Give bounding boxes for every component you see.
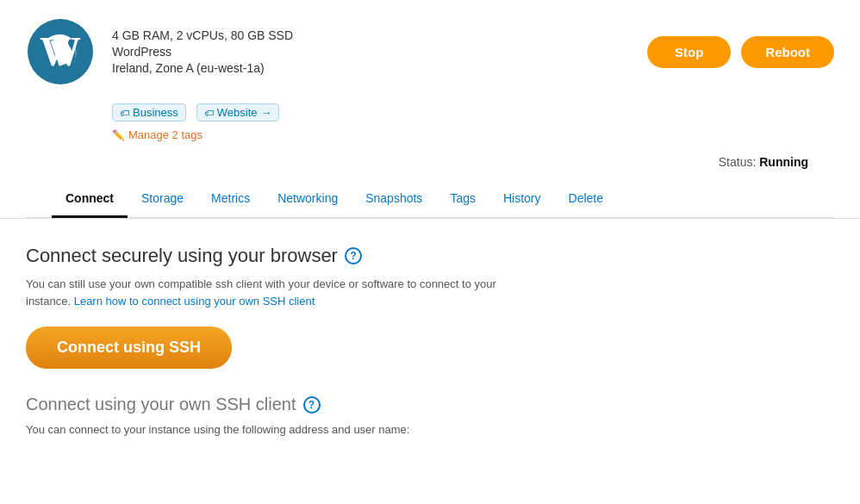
svg-text:W: W [40,28,81,74]
tags-row: 🏷 Business 🏷 Website → [112,96,834,125]
tab-snapshots[interactable]: Snapshots [352,181,436,218]
nav-tabs: Connect Storage Metrics Networking Snaps… [26,181,834,218]
tag-website[interactable]: 🏷 Website → [196,103,280,121]
instance-spec: 4 GB RAM, 2 vCPUs, 80 GB SSD [112,28,293,42]
tab-delete[interactable]: Delete [555,181,617,218]
tag-business[interactable]: 🏷 Business [112,103,186,121]
own-client-help-icon[interactable]: ? [303,396,321,414]
status-label: Status: [719,155,757,169]
action-buttons: Stop Reboot [647,36,834,68]
learn-more-link[interactable]: Learn how to connect using your own SSH … [74,295,315,308]
manage-tags-row[interactable]: ✏️ Manage 2 tags [26,125,203,150]
connect-section-title: Connect securely using your browser ? [26,245,834,267]
manage-tags-label: Manage 2 tags [128,128,203,141]
status-value: Running [759,155,808,169]
manage-tags-icon: ✏️ [112,129,125,141]
status-bar: Status: Running [26,150,834,177]
instance-name: WordPress [112,45,293,59]
wordpress-logo: W [26,17,95,86]
tab-storage[interactable]: Storage [128,181,197,218]
tab-history[interactable]: History [489,181,555,218]
own-client-section-desc: You can connect to your instance using t… [26,421,526,439]
connect-help-icon[interactable]: ? [345,247,362,264]
tab-metrics[interactable]: Metrics [197,181,264,218]
connect-title-text: Connect securely using your browser [26,245,338,267]
tag-business-label: Business [133,106,178,119]
reboot-button[interactable]: Reboot [741,36,834,68]
instance-location: Ireland, Zone A (eu-west-1a) [112,61,293,75]
instance-info: W 4 GB RAM, 2 vCPUs, 80 GB SSD WordPress… [26,17,293,86]
tag-website-label: Website [217,106,258,119]
own-client-title-text: Connect using your own SSH client [26,395,296,414]
own-client-section-title: Connect using your own SSH client ? [26,395,834,414]
instance-details: 4 GB RAM, 2 vCPUs, 80 GB SSD WordPress I… [112,28,293,75]
connect-section-desc: You can still use your own compatible ss… [26,276,526,309]
tab-tags[interactable]: Tags [436,181,489,218]
tag-icon: 🏷 [120,108,129,118]
content-area: Connect securely using your browser ? Yo… [0,219,860,464]
tab-connect[interactable]: Connect [52,181,128,218]
connect-ssh-button[interactable]: Connect using SSH [26,327,232,369]
tag-icon-2: 🏷 [204,108,214,118]
stop-button[interactable]: Stop [647,36,731,68]
tab-networking[interactable]: Networking [264,181,352,218]
tag-arrow: → [260,106,271,119]
own-client-desc-text: You can connect to your instance using t… [26,423,409,436]
header-section: W 4 GB RAM, 2 vCPUs, 80 GB SSD WordPress… [0,0,860,219]
top-bar: W 4 GB RAM, 2 vCPUs, 80 GB SSD WordPress… [26,17,834,96]
